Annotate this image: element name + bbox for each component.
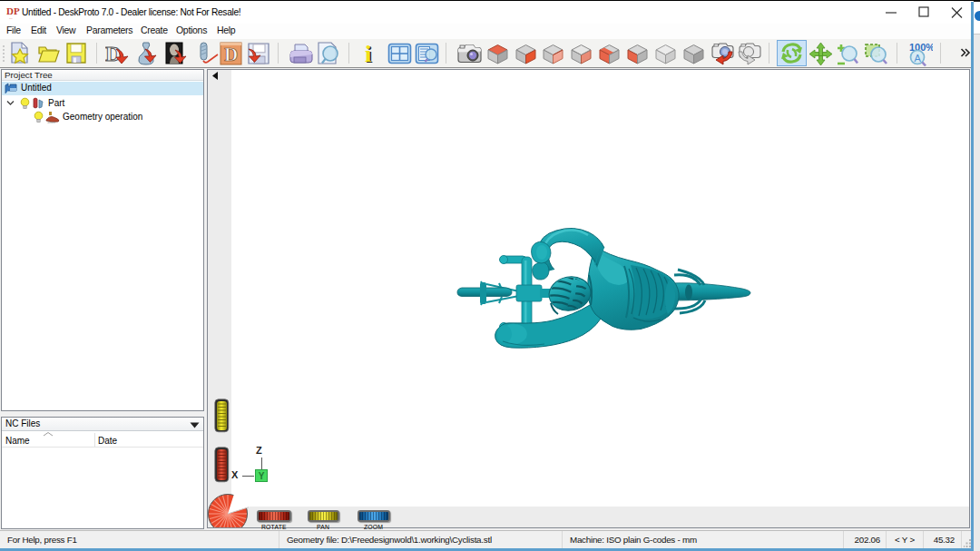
svg-text:D: D: [224, 44, 238, 65]
svg-text:i: i: [365, 42, 371, 66]
svg-text:3mm: 3mm: [47, 120, 56, 124]
svg-text:...: ...: [9, 15, 13, 20]
svg-text:D: D: [105, 42, 121, 65]
svg-text:A: A: [915, 53, 922, 64]
